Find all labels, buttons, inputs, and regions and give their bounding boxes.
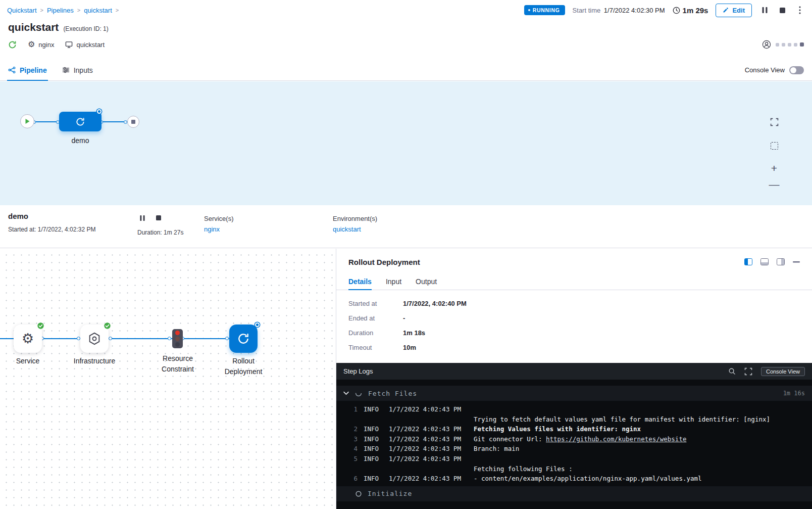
edit-button[interactable]: Edit xyxy=(716,4,752,17)
edge xyxy=(109,338,172,339)
stage-name: demo xyxy=(8,212,137,220)
stage-duration: Duration: 1m 27s xyxy=(137,229,204,236)
log-line-number xyxy=(342,464,358,474)
play-icon xyxy=(25,118,30,124)
stage-pause-button[interactable] xyxy=(137,213,147,223)
edge xyxy=(0,338,14,339)
title-row: quickstart (Execution ID: 1) xyxy=(8,21,109,33)
log-line: 5 INFO 1/7/2022 4:02:43 PM xyxy=(336,454,812,464)
step-logs-body: Fetch Files 1m 16s 1 INFO 1/7/2022 4:02:… xyxy=(336,380,812,509)
detail-label: Duration xyxy=(348,329,403,337)
view-tabbar: Pipeline Inputs Console View xyxy=(0,60,812,81)
cd-module-badge xyxy=(8,40,17,49)
elapsed-value: 1m 29s xyxy=(683,6,708,15)
success-check-icon xyxy=(37,322,44,330)
breadcrumb-link-pipeline[interactable]: quickstart xyxy=(84,7,112,14)
log-line: 2 INFO 1/7/2022 4:02:43 PM Fetching Valu… xyxy=(336,424,812,434)
pipeline-end-node[interactable] xyxy=(127,116,139,128)
stage-node-label: demo xyxy=(59,136,102,145)
tab-input[interactable]: Input xyxy=(386,273,401,290)
log-fullscreen-button[interactable] xyxy=(744,367,752,376)
environment-link[interactable]: quickstart xyxy=(333,225,361,233)
log-level: INFO xyxy=(364,424,385,434)
more-options-button[interactable] xyxy=(795,5,805,15)
traffic-light-amber xyxy=(175,337,180,341)
detail-row: Ended at - xyxy=(348,314,800,322)
pipeline-stage-graph: demo + — xyxy=(0,81,812,205)
rollout-deployment-icon xyxy=(237,332,250,345)
stage-running-indicator xyxy=(97,109,102,114)
avatar-placeholder xyxy=(788,43,791,47)
start-time-label: Start time xyxy=(573,7,601,14)
step-node-infrastructure[interactable] xyxy=(80,325,109,353)
detail-value: 10m xyxy=(403,344,416,351)
stage-node-demo[interactable] xyxy=(59,112,102,131)
zoom-out-button[interactable]: — xyxy=(769,178,780,190)
traffic-light-green xyxy=(175,342,180,347)
log-line: 3 INFO 1/7/2022 4:02:43 PM Git connector… xyxy=(336,434,812,444)
detail-value: 1/7/2022, 4:02:40 PM xyxy=(403,300,467,307)
step-node-label: Rollout Deployment xyxy=(218,356,269,377)
step-node-resource-constraint[interactable] xyxy=(172,329,183,348)
log-line: Trying to fetch default values yaml file… xyxy=(336,414,812,425)
log-message: - content/en/examples/application/nginx-… xyxy=(474,474,702,484)
pause-execution-button[interactable] xyxy=(759,5,770,15)
log-section-initialize[interactable]: Initialize xyxy=(336,486,812,501)
layout-bottom-view-button[interactable] xyxy=(760,258,769,265)
duration-label: Duration: xyxy=(137,229,162,236)
edge-connector xyxy=(168,337,171,340)
abort-execution-button[interactable] xyxy=(777,5,787,15)
start-time-value: 1/7/2022 4:02:30 PM xyxy=(604,7,665,14)
detail-label: Started at xyxy=(348,300,403,307)
stop-icon xyxy=(780,8,785,13)
breadcrumb-link-pipelines[interactable]: Pipelines xyxy=(47,7,74,14)
console-view-toggle[interactable] xyxy=(789,66,804,74)
stage-stop-button[interactable] xyxy=(154,213,164,223)
tab-pipeline-label: Pipeline xyxy=(20,66,47,74)
page-title: quickstart xyxy=(8,21,59,33)
marquee-icon xyxy=(771,142,778,150)
tab-details[interactable]: Details xyxy=(348,273,372,290)
tab-inputs[interactable]: Inputs xyxy=(62,60,93,80)
status-badge-label: RUNNING xyxy=(533,7,560,13)
pipeline-start-node[interactable] xyxy=(20,114,34,128)
log-console-view-button[interactable]: Console View xyxy=(761,367,805,376)
chevron-down-icon xyxy=(343,391,349,395)
tab-output[interactable]: Output xyxy=(416,273,437,290)
pencil-icon xyxy=(723,7,729,13)
log-timestamp: 1/7/2022 4:02:43 PM xyxy=(389,444,466,454)
log-search-button[interactable] xyxy=(728,367,736,375)
edge-connector xyxy=(109,337,112,340)
canvas-fullscreen-button[interactable] xyxy=(769,116,780,127)
detail-label: Ended at xyxy=(348,314,403,322)
log-line-number: 4 xyxy=(342,444,358,454)
log-level xyxy=(364,464,385,474)
tab-pipeline[interactable]: Pipeline xyxy=(8,60,47,80)
started-at-label: Started at: xyxy=(8,226,36,233)
stage-summary-bar: demo Started at: 1/7/2022, 4:02:32 PM Du… xyxy=(0,205,812,248)
step-node-rollout-deployment[interactable] xyxy=(229,325,258,353)
minimize-panel-button[interactable] xyxy=(793,261,800,263)
service-chip[interactable]: ⚙ nginx xyxy=(28,40,54,49)
zoom-in-button[interactable]: + xyxy=(769,162,780,173)
cd-stage-icon xyxy=(75,117,85,127)
avatar-placeholder xyxy=(776,43,779,47)
detail-row: Duration 1m 18s xyxy=(348,329,800,337)
layout-split-view-button[interactable] xyxy=(744,258,752,265)
log-section-fetch-files[interactable]: Fetch Files 1m 16s xyxy=(336,386,812,401)
environment-chip[interactable]: quickstart xyxy=(65,41,105,49)
user-avatar-icon[interactable] xyxy=(762,40,771,49)
log-timestamp xyxy=(389,464,466,474)
layout-right-view-button[interactable] xyxy=(777,258,785,265)
edge xyxy=(42,338,80,339)
service-link[interactable]: nginx xyxy=(204,225,220,233)
canvas-select-button[interactable] xyxy=(769,140,780,151)
step-node-label: Infrastructure xyxy=(59,356,130,366)
log-url-link[interactable]: https://github.com/kubernetes/website xyxy=(546,435,686,443)
step-details: Started at 1/7/2022, 4:02:40 PM Ended at… xyxy=(336,290,812,363)
breadcrumb-link-project[interactable]: Quickstart xyxy=(7,7,37,14)
detail-value: - xyxy=(403,314,405,322)
step-node-service[interactable]: ⚙ xyxy=(14,325,42,353)
log-section-duration: 1m 16s xyxy=(783,390,805,397)
log-timestamp xyxy=(389,414,466,425)
